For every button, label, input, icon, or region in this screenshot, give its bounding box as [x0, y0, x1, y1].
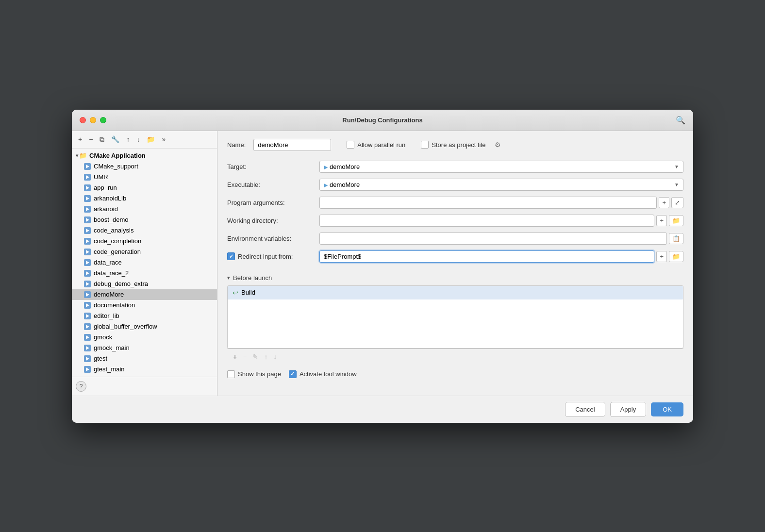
working-dir-input[interactable] [319, 215, 654, 227]
allow-parallel-label: Allow parallel run [357, 141, 405, 149]
titlebar: Run/Debug Configurations 🔍 [72, 110, 693, 131]
tree-root[interactable]: ▾ 📁 CMake Application [72, 150, 217, 161]
add-config-button[interactable]: + [76, 134, 84, 145]
redirect-input[interactable] [319, 250, 654, 263]
activate-window-checkbox[interactable] [289, 370, 297, 378]
build-item[interactable]: ↩ Build [228, 286, 683, 299]
before-launch-section: ▾ Before launch ↩ Build + − ✎ ↑ ↓ [227, 274, 683, 365]
remove-config-button[interactable]: − [86, 134, 95, 145]
close-button[interactable] [80, 117, 86, 123]
list-item[interactable]: documentation [72, 300, 217, 311]
name-input[interactable] [253, 139, 331, 151]
tree-item-label: UMR [94, 173, 108, 181]
list-item[interactable]: code_analysis [72, 225, 217, 236]
move-down-button[interactable]: ↓ [134, 134, 142, 145]
redirect-add-button[interactable]: + [656, 251, 667, 262]
list-item[interactable]: CMake_support [72, 161, 217, 172]
store-project-checkbox[interactable] [421, 141, 429, 149]
ok-button[interactable]: OK [651, 402, 683, 416]
executable-dropdown[interactable]: ▶demoMore ▼ [319, 179, 683, 191]
list-item[interactable]: gtest_main [72, 364, 217, 375]
env-vars-edit-button[interactable]: 📋 [669, 233, 683, 244]
before-launch-edit-button[interactable]: ✎ [250, 352, 260, 362]
search-icon[interactable]: 🔍 [676, 116, 685, 125]
list-item[interactable]: data_race_2 [72, 268, 217, 279]
before-launch-collapse[interactable]: ▾ [227, 275, 230, 281]
store-project-label: Store as project file [432, 141, 485, 149]
settings-gear-button[interactable]: ⚙ [494, 140, 502, 150]
form-fields: Target: ▶demoMore ▼ Executable: ▶demoMor… [227, 161, 683, 263]
run-config-icon [83, 280, 91, 288]
list-item[interactable]: global_buffer_overflow [72, 321, 217, 332]
list-item[interactable]: UMR [72, 172, 217, 183]
env-vars-label: Environment variables: [227, 235, 315, 242]
tree-item-label: CMake_support [94, 163, 138, 170]
allow-parallel-group: Allow parallel run [347, 141, 405, 149]
working-dir-browse-button[interactable]: 📁 [669, 215, 683, 226]
tree-item-label: editor_lib [94, 312, 119, 319]
folder-button[interactable]: 📁 [144, 134, 157, 145]
redirect-label-wrapper: Redirect input from: [227, 252, 315, 260]
program-args-add-button[interactable]: + [659, 197, 669, 208]
run-config-icon [83, 333, 91, 341]
list-item[interactable]: debug_demo_extra [72, 279, 217, 289]
tree-item-label: code_analysis [94, 227, 133, 234]
before-launch-down-button[interactable]: ↓ [271, 352, 279, 362]
settings-config-button[interactable]: 🔧 [109, 134, 122, 145]
run-config-icon [83, 355, 91, 363]
move-up-button[interactable]: ↑ [124, 134, 132, 145]
list-item[interactable]: gmock_main [72, 343, 217, 353]
cancel-button[interactable]: Cancel [565, 402, 605, 417]
list-item[interactable]: code_completion [72, 236, 217, 247]
executable-row: ▶demoMore ▼ [319, 179, 683, 191]
run-config-icon [83, 184, 91, 192]
run-config-icon [83, 344, 91, 352]
tree-item-label: data_race_2 [94, 269, 129, 277]
list-item[interactable]: gtest [72, 353, 217, 364]
tree-item-label: gtest [94, 355, 107, 362]
list-item[interactable]: boost_demo [72, 215, 217, 225]
tree-item-label: app_run [94, 184, 117, 191]
more-button[interactable]: » [159, 134, 168, 145]
tree-item-label: boost_demo [94, 216, 129, 223]
help-button[interactable]: ? [76, 381, 86, 392]
tree-item-label: gmock [94, 333, 112, 341]
store-project-group: Store as project file [421, 141, 485, 149]
tree-item-label: arkanoidLib [94, 195, 126, 202]
name-label: Name: [227, 141, 246, 149]
program-args-input[interactable] [319, 197, 657, 209]
list-item[interactable]: app_run [72, 183, 217, 193]
before-launch-toolbar: + − ✎ ↑ ↓ [227, 349, 683, 365]
executable-icon: ▶ [324, 182, 328, 188]
list-item[interactable]: gmock [72, 332, 217, 343]
before-launch-remove-button[interactable]: − [241, 352, 249, 362]
allow-parallel-checkbox[interactable] [347, 141, 354, 149]
before-launch-up-button[interactable]: ↑ [262, 352, 269, 362]
cmake-folder-icon: 📁 [79, 152, 87, 160]
copy-config-button[interactable]: ⧉ [97, 134, 107, 145]
list-item[interactable]: data_race [72, 257, 217, 268]
list-item[interactable]: code_generation [72, 247, 217, 257]
env-vars-input[interactable] [319, 233, 667, 245]
dialog-title: Run/Debug Configurations [342, 116, 422, 124]
working-dir-add-button[interactable]: + [656, 215, 667, 226]
tree-item-label: arkanoid [94, 205, 118, 213]
list-item-demoMore[interactable]: demoMore [72, 289, 217, 300]
redirect-label: Redirect input from: [238, 253, 293, 260]
minimize-button[interactable] [90, 117, 96, 123]
before-launch-header: ▾ Before launch [227, 274, 683, 282]
build-arrow-icon: ↩ [233, 289, 238, 297]
apply-button[interactable]: Apply [610, 402, 647, 417]
redirect-browse-button[interactable]: 📁 [669, 251, 683, 262]
list-item[interactable]: arkanoid [72, 204, 217, 215]
maximize-button[interactable] [100, 117, 106, 123]
redirect-row: + 📁 [319, 250, 683, 263]
list-item[interactable]: editor_lib [72, 311, 217, 321]
redirect-checkbox[interactable] [227, 252, 235, 260]
show-page-checkbox[interactable] [227, 370, 235, 378]
list-item[interactable]: arkanoidLib [72, 193, 217, 204]
target-dropdown[interactable]: ▶demoMore ▼ [319, 161, 683, 173]
executable-arrow-icon: ▼ [674, 182, 679, 187]
program-args-expand-button[interactable]: ⤢ [671, 197, 683, 208]
before-launch-add-button[interactable]: + [231, 352, 239, 362]
